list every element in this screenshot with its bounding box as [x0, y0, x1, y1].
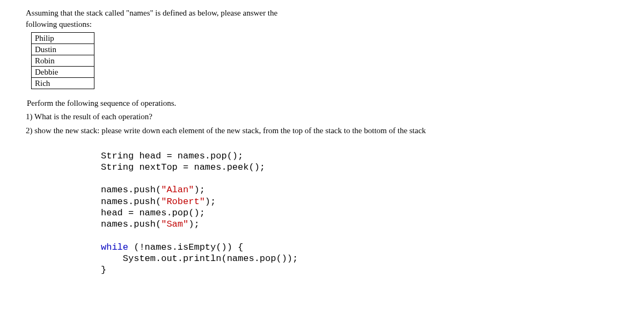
stack-row: Rich	[32, 78, 94, 89]
stack-cell: Robin	[32, 55, 94, 67]
stack-row: Philip	[32, 33, 94, 44]
stack-cell: Philip	[32, 33, 94, 44]
stack-row: Debbie	[32, 67, 94, 78]
stack-cell: Debbie	[32, 67, 94, 78]
code-string: "Robert"	[161, 197, 205, 207]
code-line: }	[101, 265, 106, 275]
code-line: );	[205, 197, 216, 207]
question-2: 2) show the new stack: please write down…	[26, 125, 589, 136]
document-page: Assuming that the stack called "names" i…	[0, 0, 644, 276]
code-line: names.push(	[101, 219, 161, 229]
code-line: names.push(	[101, 197, 161, 207]
perform-line: Perform the following sequence of operat…	[27, 99, 644, 108]
code-line: (!names.isEmpty()) {	[128, 242, 243, 252]
question-intro: Assuming that the stack called "names" i…	[26, 8, 644, 30]
intro-line-2: following questions:	[26, 20, 92, 28]
code-line: String head = names.pop();	[101, 151, 243, 161]
stack-cell: Rich	[32, 78, 94, 89]
stack-cell: Dustin	[32, 44, 94, 55]
code-line: System.out.println(names.pop());	[101, 253, 298, 264]
stack-row: Dustin	[32, 44, 94, 55]
stack-table: Philip Dustin Robin Debbie Rich	[31, 32, 94, 89]
code-string: "Alan"	[161, 185, 194, 195]
code-keyword: while	[101, 242, 128, 252]
code-line: );	[188, 219, 199, 229]
code-line: );	[194, 185, 204, 195]
code-string: "Sam"	[161, 219, 188, 229]
code-line: names.push(	[101, 185, 161, 195]
code-line: String nextTop = names.peek();	[101, 162, 265, 172]
code-block: String head = names.pop(); String nextTo…	[101, 150, 644, 276]
question-1: 1) What is the result of each operation?	[26, 111, 589, 122]
stack-row: Robin	[32, 55, 94, 67]
code-line: head = names.pop();	[101, 208, 205, 218]
intro-line-1: Assuming that the stack called "names" i…	[26, 9, 277, 17]
